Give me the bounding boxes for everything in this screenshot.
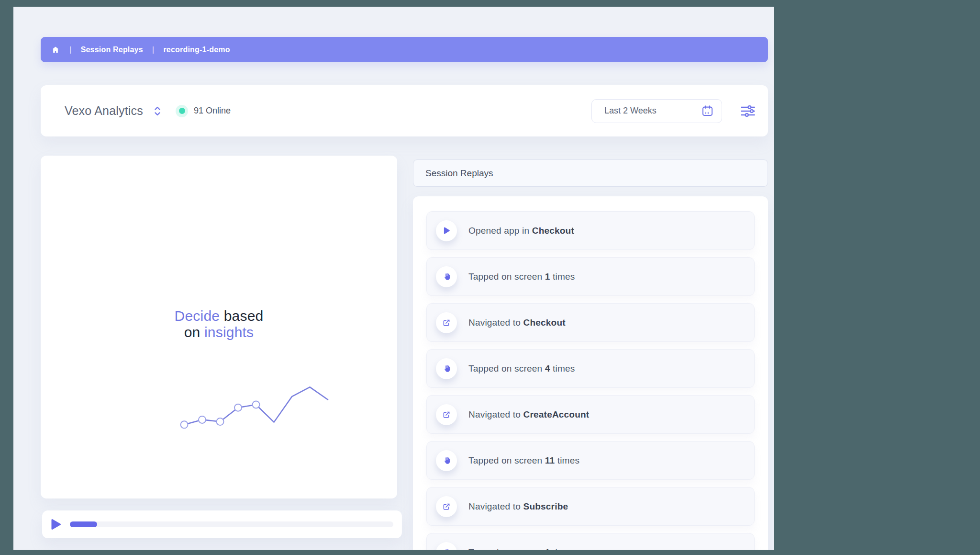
event-label: Navigated to Subscribe xyxy=(468,501,568,512)
calendar-icon xyxy=(701,104,714,117)
date-range-button[interactable]: Last 2 Weeks xyxy=(591,99,722,123)
insights-sparkline xyxy=(177,381,335,429)
hand-icon xyxy=(436,358,457,379)
event-item[interactable]: Tapped on screen 1 times xyxy=(426,257,755,296)
hand-icon xyxy=(436,266,457,287)
breadcrumb-item-session-replays[interactable]: Session Replays xyxy=(81,45,143,54)
event-label: Tapped on screen 11 times xyxy=(468,455,579,466)
app-window: | Session Replays | recording-1-demo Vex… xyxy=(13,7,774,550)
chevron-up-down-icon[interactable] xyxy=(154,106,161,116)
external-link-icon xyxy=(436,404,457,425)
replay-player xyxy=(42,510,402,538)
page-title: Vexo Analytics xyxy=(65,104,143,118)
event-label: Navigated to Checkout xyxy=(468,317,566,328)
event-label: Opened app in Checkout xyxy=(468,226,574,236)
headline-word: on xyxy=(184,324,204,340)
external-link-icon xyxy=(436,496,457,517)
session-replays-title: Session Replays xyxy=(425,168,493,179)
online-count-label: 91 Online xyxy=(194,106,231,116)
external-link-icon xyxy=(436,312,457,333)
headline-accent-word: insights xyxy=(204,324,254,340)
hero-card: Decide basedon insights xyxy=(41,156,397,498)
event-item[interactable]: Opened app in Checkout xyxy=(426,211,755,250)
online-dot-halo xyxy=(176,105,188,117)
breadcrumb: | Session Replays | recording-1-demo xyxy=(41,37,768,62)
session-replays-panel-header: Session Replays xyxy=(413,159,768,187)
headline-accent-word: Decide xyxy=(175,308,220,324)
progress-fill xyxy=(70,521,97,527)
date-range-label: Last 2 Weeks xyxy=(604,106,701,116)
event-item[interactable]: Navigated to Checkout xyxy=(426,303,755,342)
event-item[interactable]: Navigated to Subscribe xyxy=(426,487,755,526)
play-icon xyxy=(436,220,457,241)
event-label: Tapped on screen 4 times xyxy=(468,363,575,374)
headline-word: based xyxy=(220,308,263,324)
sliders-icon[interactable] xyxy=(740,103,756,119)
event-label: Navigated to CreateAccount xyxy=(468,409,589,420)
progress-bar[interactable] xyxy=(70,521,393,527)
online-status: 91 Online xyxy=(176,105,231,117)
event-list: Opened app in CheckoutTapped on screen 1… xyxy=(413,196,768,550)
event-item[interactable]: Tapped on screen 11 times xyxy=(426,441,755,480)
event-item[interactable]: Navigated to CreateAccount xyxy=(426,395,755,434)
event-label: Tapped on screen 1 times xyxy=(468,272,575,282)
header-card: Vexo Analytics 91 Online Last 2 Weeks xyxy=(41,85,768,136)
breadcrumb-item-recording[interactable]: recording-1-demo xyxy=(163,45,230,54)
home-icon[interactable] xyxy=(51,45,60,55)
hand-icon xyxy=(436,542,457,550)
event-item[interactable]: Tapped on screen 1 times xyxy=(426,533,755,550)
online-dot xyxy=(179,108,185,114)
breadcrumb-separator: | xyxy=(69,45,72,55)
event-item[interactable]: Tapped on screen 4 times xyxy=(426,349,755,388)
play-button[interactable] xyxy=(50,518,62,531)
hero-headline: Decide basedon insights xyxy=(41,308,397,340)
event-label: Tapped on screen 1 times xyxy=(468,547,575,550)
breadcrumb-separator: | xyxy=(152,45,155,55)
hand-icon xyxy=(436,450,457,471)
